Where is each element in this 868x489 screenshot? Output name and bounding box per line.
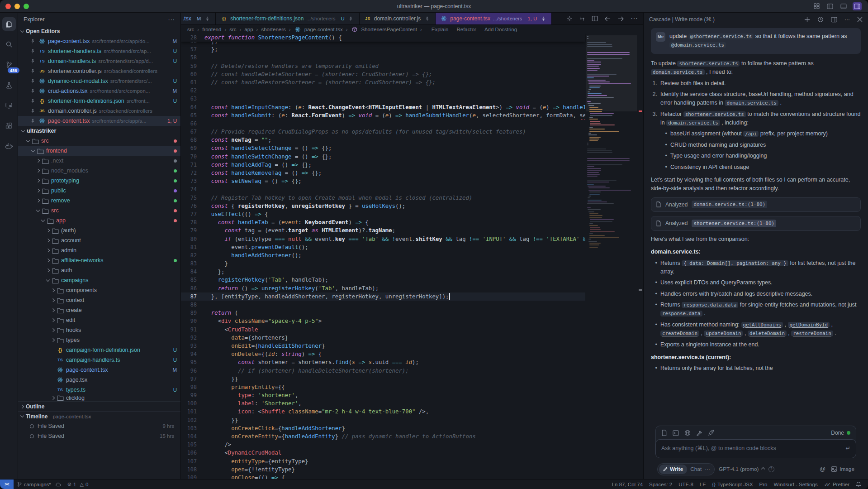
problems-item[interactable]: ⊘ 1 △ 0 <box>64 479 92 489</box>
status-item-lf[interactable]: LF <box>697 482 709 487</box>
breadcrumb-item[interactable]: shorteners <box>261 27 285 32</box>
split-editor-icon[interactable] <box>592 15 598 22</box>
status-item-windsurf-settings[interactable]: Windsurf - Settings <box>770 482 821 487</box>
docker-icon[interactable] <box>2 139 16 153</box>
tool-call-target[interactable]: shortener.service.ts:(1-80) <box>692 220 776 227</box>
code-editor[interactable]: 28export function ShortenersPageContent(… <box>181 34 643 479</box>
tree-item-admin[interactable]: admin <box>18 245 180 255</box>
remote-explorer-icon[interactable] <box>2 99 16 112</box>
tab-shortener-form-definitions.json[interactable]: {}shortener-form-definitions.json.../sho… <box>216 13 360 24</box>
search-icon[interactable] <box>2 38 16 51</box>
explorer-more-icon[interactable]: ··· <box>168 16 175 23</box>
new-conversation-icon[interactable] <box>804 17 810 23</box>
breadcrumb-item[interactable]: frontend <box>202 27 221 32</box>
navigate-forward-icon[interactable] <box>617 16 624 22</box>
rocket-icon[interactable] <box>708 430 714 436</box>
tree-item-types[interactable]: types <box>18 335 180 345</box>
open-editor-item[interactable]: crud-actions.tsxsrc/frontend/src/compon.… <box>18 86 180 96</box>
codelens-refactor[interactable]: Refactor <box>456 27 476 32</box>
open-changes-icon[interactable] <box>579 15 585 22</box>
run-debug-icon[interactable] <box>2 78 16 92</box>
codelens-explain[interactable]: Explain <box>432 27 449 32</box>
tree-item-remove[interactable]: remove <box>18 196 180 206</box>
status-item-spaces-2[interactable]: Spaces: 2 <box>646 482 675 487</box>
open-editor-item[interactable]: JSdomain.controller.jssrc/backend/contro… <box>18 106 180 116</box>
tree-item-clicklog[interactable]: clicklog <box>18 395 180 401</box>
outline-section-header[interactable]: Outline <box>18 402 180 411</box>
tab-.tsx[interactable]: .tsxM <box>181 13 216 24</box>
open-editor-item[interactable]: JSshortener.controller.jssrc/backend/con… <box>18 66 180 76</box>
open-editor-item[interactable]: {}shortener-form-definitions.jsonsrc/fro… <box>18 96 180 106</box>
tree-item-campaigns[interactable]: campaigns <box>18 275 180 285</box>
chat-input[interactable]: Ask anything (⌘L), @ to mention code blo… <box>655 439 856 458</box>
tree-item-prototyping[interactable]: prototyping <box>18 176 180 186</box>
tree-item-node_modules[interactable]: node_modules <box>18 166 180 176</box>
open-in-editor-icon[interactable] <box>831 17 837 23</box>
breadcrumb-file[interactable]: page-content.tsx <box>304 27 343 32</box>
tree-item-.next[interactable]: .next <box>18 156 180 166</box>
tree-item-campaign-form-definition.json[interactable]: {}campaign-form-definition.jsonU <box>18 345 180 355</box>
navigate-back-icon[interactable] <box>604 16 611 22</box>
codelens-add-docstring[interactable]: Add Docstring <box>484 27 517 32</box>
open-editor-item[interactable]: TSdomain-handlers.tssrc/frontend/src/app… <box>18 56 180 66</box>
tree-item-create[interactable]: create <box>18 305 180 315</box>
tree-item-campaign-handlers.ts[interactable]: TScampaign-handlers.tsU <box>18 355 180 365</box>
model-selector[interactable]: GPT-4.1 (promo) <box>719 465 759 473</box>
tree-item-types.ts[interactable]: TStypes.tsU <box>18 385 180 395</box>
help-icon[interactable]: ? <box>768 466 774 472</box>
attach-image-button[interactable]: Image <box>831 465 854 473</box>
close-window-button[interactable] <box>5 4 11 9</box>
tool-call-row[interactable]: Analyzedshortener.service.ts:(1-80) <box>651 216 861 231</box>
terminal-icon[interactable] <box>673 430 679 436</box>
mention-at-icon[interactable]: @ <box>820 465 825 474</box>
status-item-bell[interactable] <box>853 481 864 487</box>
minimize-window-button[interactable] <box>14 4 20 9</box>
mode-more-button[interactable]: ··· <box>705 465 713 473</box>
globe-icon[interactable] <box>684 430 691 436</box>
mode-chat-button[interactable]: Chat <box>690 465 702 473</box>
tree-item-affiliate-networks[interactable]: affiliate-networks <box>18 255 180 265</box>
timeline-event[interactable]: File Saved15 hrs <box>18 431 180 441</box>
remote-indicator[interactable]: >< <box>0 479 14 489</box>
open-editors-header[interactable]: Open Editors <box>18 26 180 36</box>
tree-item-page.tsx[interactable]: page.tsx <box>18 375 180 385</box>
explorer-activity-icon[interactable] <box>2 17 16 31</box>
extensions-icon[interactable] <box>2 119 16 133</box>
timeline-section-header[interactable]: Timeline page-content.tsx <box>18 412 180 421</box>
tree-item-public[interactable]: public <box>18 186 180 196</box>
tree-item-edit[interactable]: edit <box>18 315 180 325</box>
open-editor-item[interactable]: page-content.tsxsrc/frontend/src/app/do.… <box>18 36 180 46</box>
tree-item-frontend[interactable]: frontend <box>18 146 180 156</box>
tree-item-(auth)[interactable]: (auth) <box>18 225 180 235</box>
tree-item-components[interactable]: components <box>18 285 180 295</box>
tool-call-row[interactable]: Analyzeddomain.service.ts:(1-80) <box>651 197 861 212</box>
tree-item-context[interactable]: context <box>18 295 180 305</box>
close-panel-icon[interactable] <box>857 17 863 22</box>
breadcrumb-symbol[interactable]: ShortenersPageContent <box>361 27 417 32</box>
history-icon[interactable] <box>817 16 824 23</box>
tool-call-target[interactable]: domain.service.ts:(1-80) <box>692 201 767 208</box>
tab-domain.controller.js[interactable]: JSdomain.controller.js <box>360 13 436 24</box>
editor-settings-gear-icon[interactable] <box>566 15 573 22</box>
open-editor-item[interactable]: dynamic-crud-modal.tsxsrc/frontend/src/.… <box>18 76 180 86</box>
tree-item-src[interactable]: src <box>18 206 180 216</box>
minimap[interactable] <box>586 34 637 479</box>
artifact-file-icon[interactable] <box>661 430 667 436</box>
tab-page-content.tsx[interactable]: page-content.tsx.../shorteners1, U <box>436 13 552 24</box>
breadcrumb-item[interactable]: src <box>229 27 236 32</box>
mode-write-button[interactable]: Write <box>659 465 687 474</box>
breadcrumb-item[interactable]: app <box>244 27 253 32</box>
tree-item-app[interactable]: app <box>18 216 180 225</box>
status-item-prettier[interactable]: ✓✓Prettier <box>821 481 853 488</box>
tree-item-src[interactable]: src <box>18 136 180 146</box>
cascade-more-icon[interactable]: ··· <box>844 16 850 23</box>
toggle-sidebar-icon[interactable] <box>825 2 835 10</box>
open-editor-item[interactable]: TSshortener-handlers.tssrc/frontend/src/… <box>18 46 180 56</box>
send-return-icon[interactable]: ↵ <box>846 444 850 453</box>
grid-layout-icon[interactable] <box>812 2 821 10</box>
editor-more-actions-icon[interactable]: ··· <box>631 14 638 23</box>
breadcrumb-item[interactable]: src <box>187 27 194 32</box>
status-item-typescript-jsx[interactable]: {}TypeScript JSX <box>709 482 756 487</box>
tree-item-hooks[interactable]: hooks <box>18 325 180 335</box>
tree-item-auth[interactable]: auth <box>18 265 180 275</box>
